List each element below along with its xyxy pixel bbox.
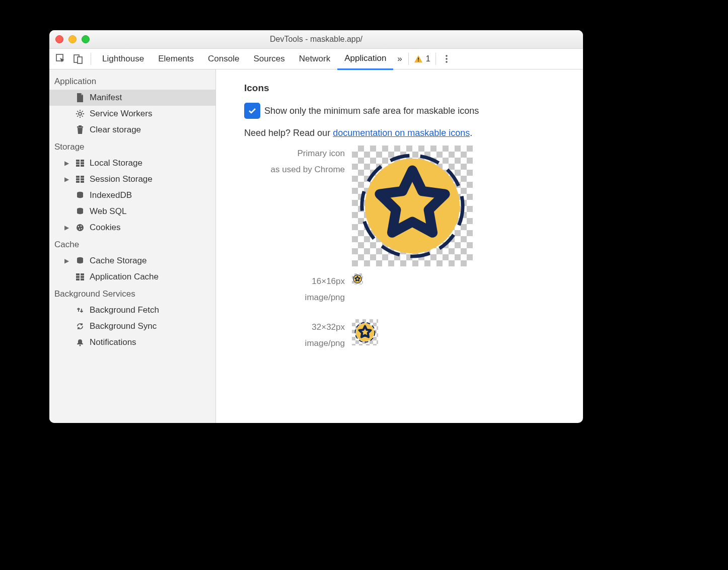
icon-type-32: image/png: [244, 335, 345, 351]
file-icon: [75, 93, 86, 102]
tab-application[interactable]: Application: [337, 48, 393, 70]
cookie-icon: [75, 224, 86, 232]
svg-rect-30: [81, 181, 84, 183]
svg-rect-22: [81, 162, 84, 164]
icon-size-32: 32×32px: [244, 319, 345, 335]
tab-lighthouse[interactable]: Lighthouse: [95, 49, 151, 69]
gear-icon: [75, 109, 86, 118]
sync-icon: [75, 322, 86, 330]
sidebar-item-session-storage[interactable]: ▶Session Storage: [49, 171, 215, 187]
trash-icon: [75, 125, 86, 134]
database-icon: [75, 257, 86, 265]
svg-rect-21: [76, 162, 80, 164]
sidebar: Application ▶Manifest ▶Service Workers ▶…: [49, 69, 216, 423]
svg-rect-43: [76, 278, 80, 280]
minimize-window[interactable]: [68, 35, 77, 43]
svg-line-16: [77, 116, 78, 117]
primary-icon-label-2: as used by Chrome: [244, 162, 345, 178]
devtools-tabs: Lighthouse Elements Console Sources Netw…: [49, 49, 583, 69]
svg-rect-18: [79, 125, 82, 126]
svg-rect-29: [76, 181, 80, 183]
tab-sources[interactable]: Sources: [246, 49, 292, 69]
maskable-icon-32: [354, 322, 376, 343]
sidebar-item-background-fetch[interactable]: ▶Background Fetch: [49, 302, 215, 318]
sidebar-item-cookies[interactable]: ▶Cookies: [49, 220, 215, 236]
database-icon: [75, 191, 86, 199]
svg-point-34: [78, 226, 79, 227]
help-link[interactable]: documentation on maskable icons: [333, 128, 470, 138]
maskable-icon-16: [353, 274, 362, 283]
sidebar-item-indexeddb[interactable]: ▶IndexedDB: [49, 187, 215, 203]
tabs-overflow[interactable]: »: [393, 49, 406, 69]
sidebar-item-application-cache[interactable]: ▶Application Cache: [49, 269, 215, 285]
warn-count: 1: [426, 54, 430, 63]
grid-icon: [75, 273, 86, 280]
sidebar-item-clear-storage[interactable]: ▶Clear storage: [49, 122, 215, 138]
tab-network[interactable]: Network: [292, 49, 337, 69]
menu-kebab-icon[interactable]: [439, 51, 454, 66]
device-toggle-icon[interactable]: [70, 51, 86, 66]
icon-type-16: image/png: [244, 290, 345, 306]
svg-rect-19: [76, 160, 80, 162]
svg-rect-25: [76, 176, 80, 178]
svg-rect-20: [81, 160, 84, 162]
window-title: DevTools - maskable.app/: [49, 35, 583, 44]
icon-preview-16: [352, 273, 363, 284]
help-text: Need help? Read our documentation on mas…: [244, 128, 583, 138]
primary-icon-preview: [352, 146, 473, 266]
icons-heading: Icons: [244, 83, 583, 94]
svg-rect-39: [76, 273, 80, 275]
sidebar-item-service-workers[interactable]: ▶Service Workers: [49, 106, 215, 122]
section-cache: Cache: [49, 236, 215, 253]
sidebar-item-background-sync[interactable]: ▶Background Sync: [49, 318, 215, 334]
svg-rect-44: [81, 278, 84, 280]
svg-point-35: [81, 226, 82, 227]
svg-rect-42: [81, 276, 84, 278]
svg-rect-24: [81, 165, 84, 167]
section-application: Application: [49, 73, 215, 90]
svg-rect-2: [78, 57, 82, 63]
sidebar-item-manifest[interactable]: ▶Manifest: [49, 90, 215, 106]
traffic-lights: [55, 35, 90, 43]
grid-icon: [75, 176, 86, 183]
svg-rect-41: [76, 276, 80, 278]
svg-point-7: [446, 61, 448, 63]
svg-rect-27: [76, 178, 80, 180]
devtools-window: DevTools - maskable.app/ Lighthouse Elem…: [49, 30, 583, 423]
svg-line-14: [82, 116, 83, 117]
zoom-window[interactable]: [82, 35, 90, 43]
grid-icon: [75, 160, 86, 167]
svg-rect-40: [81, 273, 84, 275]
svg-line-13: [77, 111, 78, 112]
bell-icon: [75, 338, 86, 346]
separator: [91, 53, 91, 65]
svg-point-36: [79, 229, 80, 230]
section-storage: Storage: [49, 138, 215, 155]
sidebar-item-cache-storage[interactable]: ▶Cache Storage: [49, 253, 215, 269]
inspect-icon[interactable]: [53, 51, 68, 66]
svg-rect-28: [81, 178, 84, 180]
svg-rect-3: [418, 57, 419, 60]
close-window[interactable]: [55, 35, 63, 43]
sidebar-item-local-storage[interactable]: ▶Local Storage: [49, 155, 215, 171]
tab-console[interactable]: Console: [201, 49, 246, 69]
safe-area-checkbox[interactable]: [244, 103, 260, 119]
primary-icon-label-1: Primary icon: [244, 146, 345, 162]
warnings-indicator[interactable]: 1: [411, 54, 433, 63]
tab-elements[interactable]: Elements: [151, 49, 201, 69]
titlebar: DevTools - maskable.app/: [49, 30, 583, 49]
svg-rect-17: [77, 126, 83, 128]
svg-point-37: [81, 228, 82, 229]
svg-point-45: [80, 345, 81, 346]
svg-line-15: [82, 111, 83, 112]
svg-rect-23: [76, 165, 80, 167]
sidebar-item-notifications[interactable]: ▶Notifications: [49, 334, 215, 350]
section-background-services: Background Services: [49, 285, 215, 302]
svg-rect-4: [418, 60, 419, 61]
database-icon: [75, 207, 86, 216]
sidebar-item-web-sql[interactable]: ▶Web SQL: [49, 203, 215, 220]
svg-point-5: [446, 55, 448, 57]
maskable-icon-large: [358, 152, 467, 260]
checkbox-label: Show only the minimum safe area for mask…: [264, 106, 479, 116]
svg-point-6: [446, 58, 448, 60]
